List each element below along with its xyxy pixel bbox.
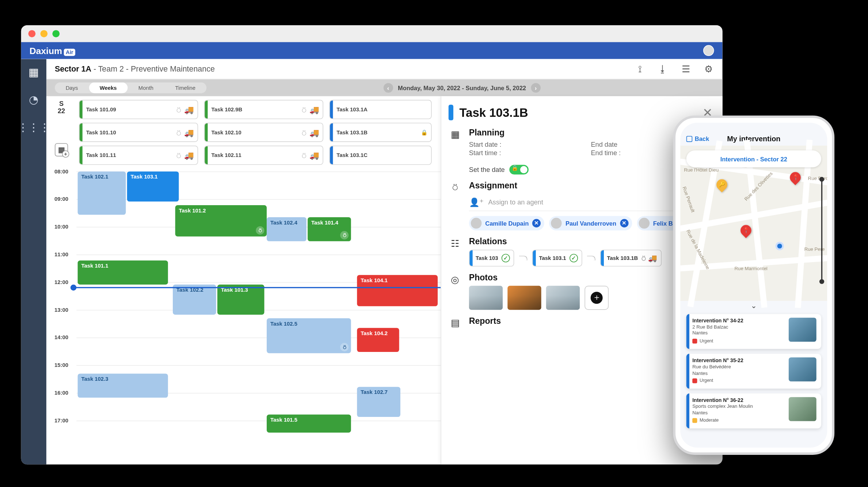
panel-title: Task 103.1B [459,106,696,119]
start-date-label: Start date : [469,141,591,148]
download-icon[interactable]: ⭳ [658,64,669,74]
prev-range[interactable]: ‹ [383,83,393,92]
schedule-block[interactable]: Task 101.4⍥ [308,217,351,241]
panel-stripe [449,105,453,120]
task-card[interactable]: Task 103.1B🔒 [329,123,431,142]
assignment-icon: ⍥ [449,180,462,193]
start-time-label: Start time : [469,149,591,157]
people-icon: ⍥ [176,105,181,114]
intervention-card[interactable]: Intervention N° 36-22Sports complex Jean… [686,394,821,429]
remove-chip-icon[interactable]: ✕ [620,219,628,227]
expand-handle[interactable]: ⌄ [680,301,827,310]
map-view[interactable]: Rue l'Hôtel Dieu Rue Perrault Rue de la … [680,146,827,301]
avatar-icon [639,218,650,229]
schedule-block[interactable]: Task 101.5 [267,414,351,432]
schedule-block[interactable]: Task 102.2 [173,285,216,315]
relation-card[interactable]: Task 103.1✓ [532,250,582,266]
page-header: Sector 1A - Team 2 - Preventive Maintena… [46,59,723,80]
thumbnail [789,318,816,342]
photo-thumb[interactable] [546,286,580,310]
truck-icon: 🚚 [648,254,657,262]
road-label: Rue Baro [808,176,827,181]
user-avatar[interactable] [703,45,714,56]
block-people-icon: ⍥ [256,226,264,235]
grid-icon[interactable]: ⋮⋮⋮ [28,122,40,134]
schedule-block[interactable]: Task 102.1 [78,172,126,215]
remove-chip-icon[interactable]: ✕ [532,219,541,227]
back-label: Back [695,135,709,142]
assign-placeholder[interactable]: Assign to an agent [488,199,543,206]
map-pin-red[interactable]: 📍 [738,223,754,238]
photo-thumb[interactable] [507,286,541,310]
task-card[interactable]: Task 102.11⍥🚚 [204,146,323,165]
schedule-block[interactable]: Task 101.1 [78,261,168,285]
title-rest: - Team 2 - Preventive Maintenance [91,64,215,73]
hour-label: 17:00 [46,418,76,423]
reports-icon: ▤ [449,316,462,329]
settings-icon[interactable]: ⚙ [703,64,714,74]
minimize-dot[interactable] [40,30,47,37]
phone-title: My intervention [727,135,780,143]
intervention-card[interactable]: Intervention N° 35-22Rue du BelvédèreNan… [686,354,821,389]
map-pill[interactable]: Intervention - Sector 22 [686,150,821,167]
schedule-block[interactable]: Task 102.7 [357,387,400,417]
task-card[interactable]: Task 101.10⍥🚚 [79,123,198,142]
hour-label: 16:00 [46,390,76,396]
seg-month[interactable]: Month [127,83,164,93]
schedule-block[interactable]: Task 101.3 [217,285,264,315]
map-zoom-slider[interactable] [821,179,822,281]
view-segment: Days Weeks Month Timeline [55,83,206,93]
close-dot[interactable] [28,30,35,37]
map-pin-red[interactable]: 📍 [788,170,803,185]
schedule-block[interactable]: Task 101.2⍥ [175,205,267,237]
schedule-block[interactable]: Task 102.4 [267,217,307,241]
seg-timeline[interactable]: Timeline [164,83,206,93]
task-card[interactable]: Task 102.9B⍥🚚 [204,100,323,119]
filter-icon[interactable]: ☰ [680,64,691,74]
back-button[interactable]: Back [686,135,709,142]
schedule-block[interactable]: Task 102.5⍥ [267,318,351,353]
task-card[interactable]: Task 102.10⍥🚚 [204,123,323,142]
thumbnail [789,357,816,381]
seg-days[interactable]: Days [55,83,89,93]
hour-label: 14:00 [46,334,76,340]
maximize-dot[interactable] [52,30,60,37]
schedule-block[interactable]: Task 104.1 [357,275,438,306]
truck-icon: 🚚 [184,128,194,137]
add-photo-button[interactable]: ＋ [585,286,609,310]
left-sidebar: ▦ ◔ ⋮⋮⋮ [21,59,46,465]
task-card[interactable]: Task 101.11⍥🚚 [79,146,198,165]
schedule-block[interactable]: Task 103.1 [127,172,179,202]
map-me-dot [776,242,784,250]
clock-icon[interactable]: ◔ [28,94,40,106]
photo-thumb[interactable] [469,286,503,310]
schedule-block[interactable]: Task 104.2 [357,328,399,352]
calendar-icon[interactable]: ▦ [28,66,40,78]
header-actions: ⟟ ⭳ ☰ ⚙ [635,64,714,74]
add-calendar-button[interactable]: ▦ [55,143,68,156]
next-range[interactable]: › [531,83,540,92]
assignee-chip[interactable]: Camille Dupain✕ [469,216,544,231]
date-range: ‹ Monday, May 30, 2022 - Sunday, June 5,… [383,83,540,92]
task-card[interactable]: Task 103.1C [329,146,431,165]
main-area: Sector 1A - Team 2 - Preventive Maintena… [46,59,723,465]
set-date-toggle[interactable] [510,165,529,175]
seg-weeks[interactable]: Weeks [89,83,127,93]
truck-icon: 🚚 [309,105,319,114]
phone-screen: Back My intervention Rue l'Hôtel Dieu Ru… [680,123,827,448]
relation-card[interactable]: Task 103✓ [469,250,514,266]
task-card[interactable]: Task 103.1A [329,100,431,119]
back-icon [686,136,692,142]
day-number: 22 [58,107,65,114]
hour-label: 13:00 [46,307,76,312]
pin-icon[interactable]: ⟟ [635,64,646,74]
road-label: Rue Perrault [681,186,696,213]
map-pin-yellow[interactable]: 🔑 [714,177,730,192]
relation-card[interactable]: Task 103.1B⍥🚚 [600,250,661,266]
assignee-chip[interactable]: Paul Vanderroven✕ [549,216,632,231]
planning-icon: ▦ [449,127,462,141]
people-icon: ⍥ [302,105,307,114]
intervention-card[interactable]: Intervention N° 34-222 Rue Bd BalzacNant… [686,314,821,349]
schedule-block[interactable]: Task 102.3 [78,373,168,398]
task-card[interactable]: Task 101.09⍥🚚 [79,100,198,119]
